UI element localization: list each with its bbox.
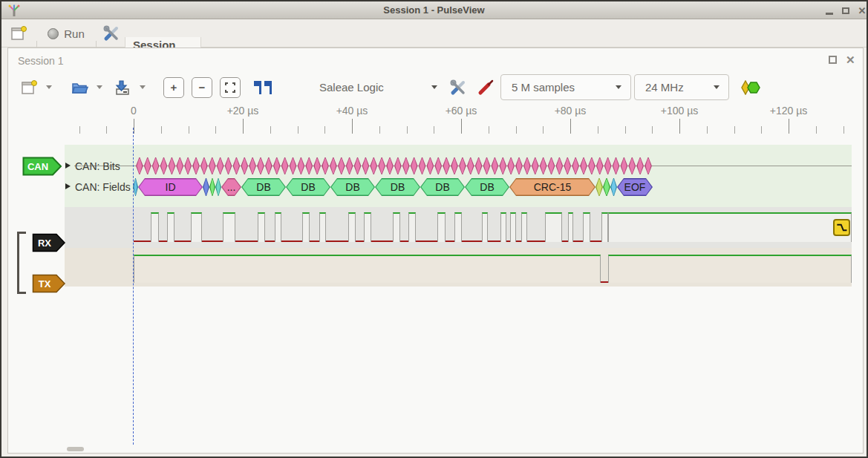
pulseview-window: Session 1 - PulseView ✕ Run — [0, 0, 868, 458]
decoder-row-fields-label: CAN: Fields — [75, 181, 131, 193]
tx-channel-tag[interactable]: TX — [32, 274, 66, 293]
expand-arrow-fields[interactable] — [65, 183, 71, 189]
falling-edge-trigger-badge[interactable] — [833, 219, 850, 236]
decoder-row-bits-label: CAN: Bits — [75, 160, 120, 172]
svg-text:TX: TX — [39, 278, 51, 289]
svg-text:RX: RX — [38, 238, 51, 249]
horizontal-scrollbar-handle[interactable] — [67, 447, 84, 451]
signal-high-segment — [134, 255, 601, 283]
falling-edge-icon — [835, 221, 848, 234]
rx-channel-tag[interactable]: RX — [32, 233, 66, 252]
svg-text:CAN: CAN — [27, 161, 48, 172]
signal-low-segment — [601, 281, 608, 283]
expand-arrow-bits[interactable] — [65, 163, 71, 169]
signal-high-segment — [608, 255, 852, 283]
tx-waveform — [1, 1, 867, 457]
channel-group-bracket — [17, 232, 26, 294]
can-decoder-tag[interactable]: CAN — [22, 157, 62, 176]
